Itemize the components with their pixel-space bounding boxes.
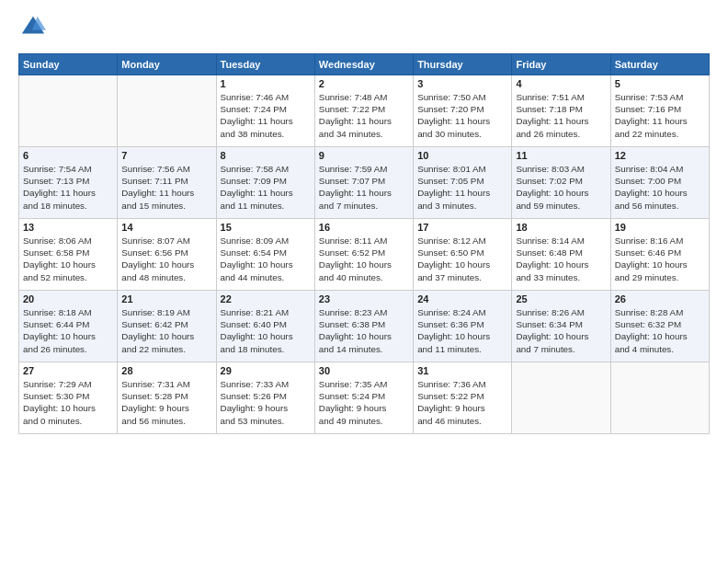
calendar-cell: 13Sunrise: 8:06 AM Sunset: 6:58 PM Dayli… bbox=[19, 219, 118, 291]
calendar-week-row: 13Sunrise: 8:06 AM Sunset: 6:58 PM Dayli… bbox=[19, 219, 710, 291]
day-info: Sunrise: 7:59 AM Sunset: 7:07 PM Dayligh… bbox=[319, 163, 409, 212]
calendar-cell: 3Sunrise: 7:50 AM Sunset: 7:20 PM Daylig… bbox=[414, 75, 512, 147]
day-number: 9 bbox=[319, 150, 409, 161]
calendar-cell: 12Sunrise: 8:04 AM Sunset: 7:00 PM Dayli… bbox=[610, 147, 709, 219]
day-info: Sunrise: 8:18 AM Sunset: 6:44 PM Dayligh… bbox=[23, 306, 113, 355]
day-number: 6 bbox=[23, 150, 113, 161]
day-number: 19 bbox=[615, 222, 705, 233]
day-number: 5 bbox=[615, 78, 705, 89]
calendar-cell: 5Sunrise: 7:53 AM Sunset: 7:16 PM Daylig… bbox=[610, 75, 709, 147]
day-info: Sunrise: 7:53 AM Sunset: 7:16 PM Dayligh… bbox=[615, 91, 705, 140]
day-number: 26 bbox=[615, 293, 705, 304]
day-info: Sunrise: 8:07 AM Sunset: 6:56 PM Dayligh… bbox=[121, 235, 211, 283]
day-number: 23 bbox=[319, 293, 409, 304]
calendar-cell: 18Sunrise: 8:14 AM Sunset: 6:48 PM Dayli… bbox=[512, 219, 610, 291]
day-info: Sunrise: 7:50 AM Sunset: 7:20 PM Dayligh… bbox=[417, 91, 507, 140]
logo-icon bbox=[20, 15, 46, 40]
day-number: 13 bbox=[23, 222, 113, 233]
calendar-cell: 2Sunrise: 7:48 AM Sunset: 7:22 PM Daylig… bbox=[314, 75, 413, 147]
day-number: 18 bbox=[516, 222, 606, 233]
day-info: Sunrise: 8:28 AM Sunset: 6:32 PM Dayligh… bbox=[615, 306, 705, 355]
day-number: 2 bbox=[319, 78, 409, 89]
weekday-header: Wednesday bbox=[314, 54, 413, 75]
calendar-cell: 22Sunrise: 8:21 AM Sunset: 6:40 PM Dayli… bbox=[216, 291, 314, 362]
calendar-cell: 21Sunrise: 8:19 AM Sunset: 6:42 PM Dayli… bbox=[118, 291, 216, 362]
day-info: Sunrise: 8:12 AM Sunset: 6:50 PM Dayligh… bbox=[417, 235, 507, 283]
day-number: 10 bbox=[417, 150, 507, 161]
calendar-cell: 1Sunrise: 7:46 AM Sunset: 7:24 PM Daylig… bbox=[216, 75, 314, 147]
calendar-cell: 29Sunrise: 7:33 AM Sunset: 5:26 PM Dayli… bbox=[216, 362, 314, 434]
calendar-cell bbox=[512, 362, 610, 434]
day-number: 1 bbox=[221, 78, 311, 89]
weekday-header: Thursday bbox=[414, 54, 512, 75]
day-number: 11 bbox=[516, 150, 606, 161]
calendar-cell: 30Sunrise: 7:35 AM Sunset: 5:24 PM Dayli… bbox=[314, 362, 413, 434]
logo bbox=[18, 15, 50, 44]
day-info: Sunrise: 7:46 AM Sunset: 7:24 PM Dayligh… bbox=[221, 91, 311, 140]
calendar-cell: 4Sunrise: 7:51 AM Sunset: 7:18 PM Daylig… bbox=[512, 75, 610, 147]
calendar-cell: 15Sunrise: 8:09 AM Sunset: 6:54 PM Dayli… bbox=[216, 219, 314, 291]
day-info: Sunrise: 8:19 AM Sunset: 6:42 PM Dayligh… bbox=[121, 306, 211, 355]
day-info: Sunrise: 7:33 AM Sunset: 5:26 PM Dayligh… bbox=[221, 378, 311, 427]
weekday-header: Saturday bbox=[610, 54, 709, 75]
day-number: 16 bbox=[319, 222, 409, 233]
day-info: Sunrise: 7:58 AM Sunset: 7:09 PM Dayligh… bbox=[221, 163, 311, 212]
day-number: 17 bbox=[417, 222, 507, 233]
day-info: Sunrise: 8:16 AM Sunset: 6:46 PM Dayligh… bbox=[615, 235, 705, 283]
calendar-cell: 14Sunrise: 8:07 AM Sunset: 6:56 PM Dayli… bbox=[118, 219, 216, 291]
calendar-cell: 19Sunrise: 8:16 AM Sunset: 6:46 PM Dayli… bbox=[610, 219, 709, 291]
day-info: Sunrise: 7:29 AM Sunset: 5:30 PM Dayligh… bbox=[23, 378, 113, 427]
calendar-cell: 20Sunrise: 8:18 AM Sunset: 6:44 PM Dayli… bbox=[19, 291, 118, 362]
weekday-header: Tuesday bbox=[216, 54, 314, 75]
calendar-header-row: SundayMondayTuesdayWednesdayThursdayFrid… bbox=[19, 54, 710, 75]
calendar-week-row: 1Sunrise: 7:46 AM Sunset: 7:24 PM Daylig… bbox=[19, 75, 710, 147]
calendar-cell: 28Sunrise: 7:31 AM Sunset: 5:28 PM Dayli… bbox=[118, 362, 216, 434]
calendar-cell bbox=[19, 75, 118, 147]
calendar-table: SundayMondayTuesdayWednesdayThursdayFrid… bbox=[18, 53, 710, 434]
day-number: 31 bbox=[417, 365, 507, 376]
calendar-cell: 10Sunrise: 8:01 AM Sunset: 7:05 PM Dayli… bbox=[414, 147, 512, 219]
day-number: 25 bbox=[516, 293, 606, 304]
calendar-cell: 7Sunrise: 7:56 AM Sunset: 7:11 PM Daylig… bbox=[118, 147, 216, 219]
calendar-cell bbox=[610, 362, 709, 434]
weekday-header: Monday bbox=[118, 54, 216, 75]
day-info: Sunrise: 7:36 AM Sunset: 5:22 PM Dayligh… bbox=[417, 378, 507, 427]
calendar-cell: 27Sunrise: 7:29 AM Sunset: 5:30 PM Dayli… bbox=[19, 362, 118, 434]
day-info: Sunrise: 8:06 AM Sunset: 6:58 PM Dayligh… bbox=[23, 235, 113, 283]
day-number: 28 bbox=[121, 365, 211, 376]
day-number: 15 bbox=[221, 222, 311, 233]
calendar-week-row: 20Sunrise: 8:18 AM Sunset: 6:44 PM Dayli… bbox=[19, 291, 710, 362]
calendar-week-row: 6Sunrise: 7:54 AM Sunset: 7:13 PM Daylig… bbox=[19, 147, 710, 219]
calendar-cell: 11Sunrise: 8:03 AM Sunset: 7:02 PM Dayli… bbox=[512, 147, 610, 219]
day-number: 8 bbox=[221, 150, 311, 161]
calendar-week-row: 27Sunrise: 7:29 AM Sunset: 5:30 PM Dayli… bbox=[19, 362, 710, 434]
day-number: 27 bbox=[23, 365, 113, 376]
day-number: 12 bbox=[615, 150, 705, 161]
calendar-page: SundayMondayTuesdayWednesdayThursdayFrid… bbox=[0, 0, 728, 563]
calendar-cell: 9Sunrise: 7:59 AM Sunset: 7:07 PM Daylig… bbox=[314, 147, 413, 219]
day-info: Sunrise: 8:21 AM Sunset: 6:40 PM Dayligh… bbox=[221, 306, 311, 355]
calendar-cell: 8Sunrise: 7:58 AM Sunset: 7:09 PM Daylig… bbox=[216, 147, 314, 219]
day-number: 22 bbox=[221, 293, 311, 304]
day-info: Sunrise: 8:26 AM Sunset: 6:34 PM Dayligh… bbox=[516, 306, 606, 355]
calendar-cell: 16Sunrise: 8:11 AM Sunset: 6:52 PM Dayli… bbox=[314, 219, 413, 291]
day-number: 21 bbox=[121, 293, 211, 304]
day-info: Sunrise: 7:48 AM Sunset: 7:22 PM Dayligh… bbox=[319, 91, 409, 140]
day-info: Sunrise: 8:24 AM Sunset: 6:36 PM Dayligh… bbox=[417, 306, 507, 355]
calendar-cell: 26Sunrise: 8:28 AM Sunset: 6:32 PM Dayli… bbox=[610, 291, 709, 362]
day-info: Sunrise: 7:31 AM Sunset: 5:28 PM Dayligh… bbox=[121, 378, 211, 427]
day-number: 7 bbox=[121, 150, 211, 161]
day-info: Sunrise: 7:35 AM Sunset: 5:24 PM Dayligh… bbox=[319, 378, 409, 427]
day-number: 29 bbox=[221, 365, 311, 376]
calendar-cell: 31Sunrise: 7:36 AM Sunset: 5:22 PM Dayli… bbox=[414, 362, 512, 434]
calendar-cell: 6Sunrise: 7:54 AM Sunset: 7:13 PM Daylig… bbox=[19, 147, 118, 219]
calendar-cell: 23Sunrise: 8:23 AM Sunset: 6:38 PM Dayli… bbox=[314, 291, 413, 362]
day-number: 24 bbox=[417, 293, 507, 304]
calendar-cell: 25Sunrise: 8:26 AM Sunset: 6:34 PM Dayli… bbox=[512, 291, 610, 362]
day-info: Sunrise: 8:01 AM Sunset: 7:05 PM Dayligh… bbox=[417, 163, 507, 212]
calendar-cell: 24Sunrise: 8:24 AM Sunset: 6:36 PM Dayli… bbox=[414, 291, 512, 362]
weekday-header: Friday bbox=[512, 54, 610, 75]
day-info: Sunrise: 7:56 AM Sunset: 7:11 PM Dayligh… bbox=[121, 163, 211, 212]
day-number: 14 bbox=[121, 222, 211, 233]
calendar-cell bbox=[118, 75, 216, 147]
